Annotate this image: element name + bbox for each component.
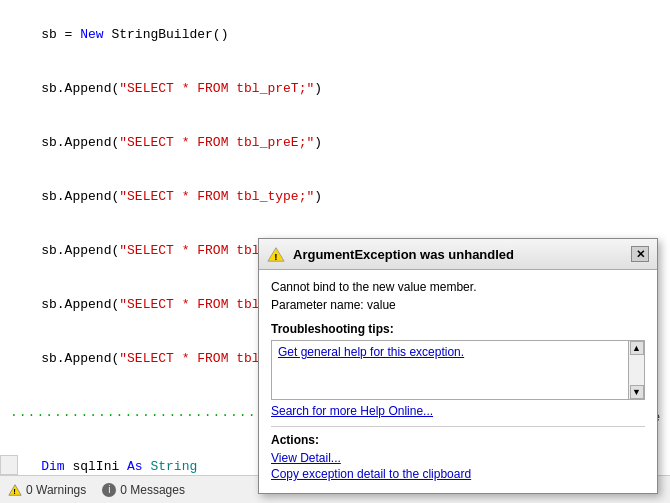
help-online-link[interactable]: Search for more Help Online... (271, 404, 645, 418)
messages-status: i 0 Messages (102, 483, 185, 497)
dialog-close-button[interactable]: ✕ (631, 246, 649, 262)
dialog-message-line1: Cannot bind to the new value member. (271, 280, 645, 294)
svg-text:!: ! (274, 251, 277, 262)
messages-count: 0 Messages (120, 483, 185, 497)
code-line: sb = New StringBuilder() (10, 8, 660, 62)
exception-dialog: ! ArgumentException was unhandled ✕ Cann… (258, 238, 658, 494)
dialog-divider (271, 426, 645, 427)
code-line: sb.Append("SELECT * FROM tbl_type;") (10, 170, 660, 224)
warnings-status: ! 0 Warnings (8, 483, 86, 497)
view-detail-link[interactable]: View Detail... (271, 451, 645, 465)
dialog-message-line2: Parameter name: value (271, 298, 645, 312)
warnings-count: 0 Warnings (26, 483, 86, 497)
tips-box: Get general help for this exception. ▲ ▼ (271, 340, 645, 400)
scroll-up-button[interactable]: ▲ (630, 341, 644, 355)
info-icon: i (102, 483, 116, 497)
dialog-titlebar: ! ArgumentException was unhandled ✕ (259, 239, 657, 270)
code-line: sb.Append("SELECT * FROM tbl_preT;") (10, 62, 660, 116)
actions-title: Actions: (271, 433, 645, 447)
code-line: sb.Append("SELECT * FROM tbl_preE;") (10, 116, 660, 170)
dialog-body: Cannot bind to the new value member. Par… (259, 270, 657, 493)
scroll-down-button[interactable]: ▼ (630, 385, 644, 399)
svg-text:!: ! (13, 487, 16, 496)
warning-icon: ! (8, 483, 22, 497)
tips-link[interactable]: Get general help for this exception. (278, 345, 464, 359)
dialog-warning-icon: ! (267, 245, 285, 263)
copy-exception-link[interactable]: Copy exception detail to the clipboard (271, 467, 645, 481)
tips-scrollbar: ▲ ▼ (628, 341, 644, 399)
troubleshooting-title: Troubleshooting tips: (271, 322, 645, 336)
horizontal-scrollbar[interactable] (0, 455, 18, 475)
dialog-title: ArgumentException was unhandled (293, 247, 514, 262)
